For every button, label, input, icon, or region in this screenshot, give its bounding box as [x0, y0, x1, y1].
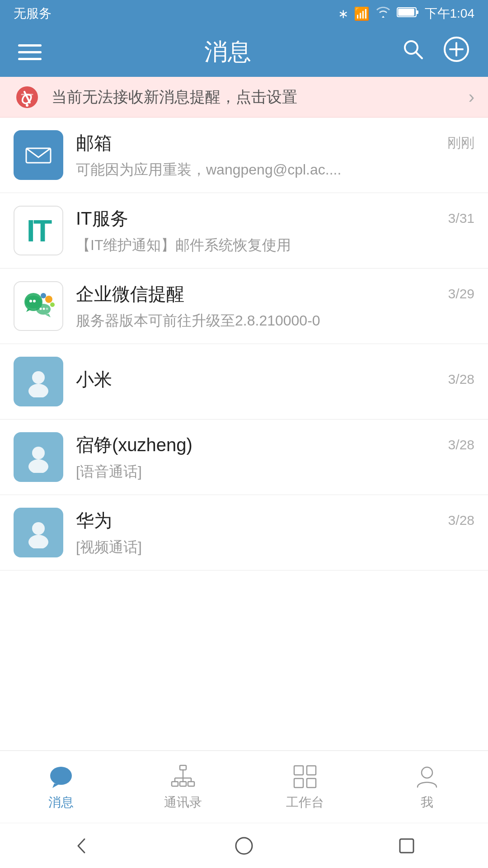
avatar-xiaomi [14, 357, 63, 406]
header-actions [401, 36, 470, 68]
svg-rect-41 [294, 778, 303, 788]
msg-preview-xuzheng: [语音通话] [76, 463, 142, 480]
svg-rect-40 [307, 766, 316, 775]
nav-label-contacts: 通讯录 [164, 794, 202, 811]
svg-point-9 [26, 104, 28, 107]
svg-point-26 [28, 459, 48, 473]
message-item-wechat[interactable]: 企业微信提醒 3/29 服务器版本可前往升级至2.8.210000-0 [0, 269, 488, 344]
home-button[interactable] [230, 832, 258, 859]
message-item-xiaomi[interactable]: 小米 3/28 [0, 344, 488, 420]
msg-preview-huawei: [视频通话] [76, 539, 142, 555]
svg-point-19 [46, 308, 48, 310]
svg-rect-42 [307, 778, 316, 788]
svg-point-14 [29, 300, 32, 302]
svg-point-24 [28, 384, 48, 397]
msg-top-it: IT服务 3/31 [76, 206, 474, 231]
menu-button[interactable] [18, 44, 54, 60]
message-item-it[interactable]: IT IT服务 3/31 【IT维护通知】邮件系统恢复使用 [0, 193, 488, 269]
svg-rect-39 [294, 766, 303, 775]
msg-name-xiaomi: 小米 [76, 367, 112, 392]
it-logo-text: IT [27, 215, 50, 246]
msg-preview-wechat: 服务器版本可前往升级至2.8.210000-0 [76, 312, 320, 329]
notification-text: 当前无法接收新消息提醒，点击设置 [52, 87, 469, 108]
recents-button[interactable] [393, 832, 420, 859]
nav-label-messages: 消息 [48, 794, 74, 811]
msg-preview-mail: 可能因为应用重装，wangpeng@cpl.ac.... [76, 161, 341, 178]
contacts-nav-icon [169, 763, 197, 790]
message-list: 邮箱 刚刚 可能因为应用重装，wangpeng@cpl.ac.... IT IT… [0, 118, 488, 750]
messages-nav-icon [47, 763, 75, 790]
battery-icon [397, 6, 419, 22]
svg-point-27 [32, 522, 45, 535]
avatar-xuzheng [14, 432, 63, 482]
svg-point-21 [41, 293, 46, 298]
status-icons: ∗ 📶 下午1:04 [338, 5, 475, 22]
back-button[interactable] [68, 832, 95, 859]
add-button[interactable] [443, 36, 470, 68]
msg-name-it: IT服务 [76, 206, 128, 231]
notification-banner[interactable]: 当前无法接收新消息提醒，点击设置 › [0, 77, 488, 118]
svg-rect-32 [180, 782, 186, 786]
system-nav [0, 823, 488, 868]
msg-preview-it: 【IT维护通知】邮件系统恢复使用 [76, 237, 291, 253]
svg-rect-1 [398, 9, 414, 16]
msg-time-xuzheng: 3/28 [448, 437, 474, 453]
bluetooth-icon: ∗ [338, 6, 348, 21]
msg-time-mail: 刚刚 [447, 134, 474, 152]
svg-point-28 [28, 535, 48, 548]
nav-item-me[interactable]: 我 [366, 751, 488, 823]
nav-item-messages[interactable]: 消息 [0, 751, 122, 823]
svg-point-15 [33, 300, 36, 302]
message-item-huawei[interactable]: 华为 3/28 [视频通话] [0, 495, 488, 571]
msg-top-huawei: 华为 3/28 [76, 508, 474, 533]
nav-item-contacts[interactable]: 通讯录 [122, 751, 244, 823]
bottom-nav: 消息 通讯录 [0, 750, 488, 823]
msg-content-xiaomi: 小米 3/28 [76, 367, 474, 396]
time-text: 下午1:04 [425, 5, 475, 22]
msg-name-huawei: 华为 [76, 508, 112, 533]
msg-name-mail: 邮箱 [76, 131, 112, 156]
hamburger-line-1 [18, 44, 42, 47]
search-button[interactable] [401, 38, 425, 66]
message-item-xuzheng[interactable]: 宿铮(xuzheng) 3/28 [语音通话] [0, 420, 488, 495]
msg-name-wechat: 企业微信提醒 [76, 282, 184, 307]
svg-point-43 [422, 767, 432, 778]
msg-top-xuzheng: 宿铮(xuzheng) 3/28 [76, 433, 474, 458]
wifi-icon [375, 6, 391, 22]
nav-item-workbench[interactable]: 工作台 [244, 751, 366, 823]
svg-point-25 [32, 447, 45, 459]
msg-content-wechat: 企业微信提醒 3/29 服务器版本可前往升级至2.8.210000-0 [76, 282, 474, 331]
svg-point-22 [50, 302, 55, 307]
msg-time-xiaomi: 3/28 [448, 372, 474, 387]
msg-top-mail: 邮箱 刚刚 [76, 131, 474, 156]
signal-icon: 📶 [354, 6, 370, 21]
header-title: 消息 [204, 36, 251, 68]
hamburger-line-3 [18, 58, 42, 60]
svg-point-23 [32, 371, 45, 384]
msg-time-huawei: 3/28 [448, 513, 474, 528]
svg-point-18 [43, 308, 45, 310]
msg-time-it: 3/31 [448, 211, 474, 226]
status-bar: 无服务 ∗ 📶 下午1:04 [0, 0, 488, 27]
message-item-mail[interactable]: 邮箱 刚刚 可能因为应用重装，wangpeng@cpl.ac.... [0, 118, 488, 193]
avatar-it: IT [14, 206, 63, 255]
nav-label-me: 我 [421, 794, 433, 811]
carrier-text: 无服务 [14, 5, 52, 22]
svg-point-17 [40, 308, 42, 310]
msg-content-it: IT服务 3/31 【IT维护通知】邮件系统恢复使用 [76, 206, 474, 255]
svg-point-44 [236, 838, 252, 854]
svg-rect-31 [172, 782, 178, 786]
msg-name-xuzheng: 宿铮(xuzheng) [76, 433, 192, 458]
svg-rect-33 [188, 782, 194, 786]
svg-rect-2 [416, 10, 418, 14]
msg-top-xiaomi: 小米 3/28 [76, 367, 474, 392]
header: 消息 [0, 27, 488, 77]
avatar-wechat [14, 281, 63, 331]
svg-line-4 [416, 52, 422, 58]
workbench-nav-icon [291, 763, 319, 790]
avatar-mail [14, 130, 63, 180]
msg-content-huawei: 华为 3/28 [视频通话] [76, 508, 474, 557]
svg-point-20 [45, 296, 52, 303]
avatar-huawei [14, 508, 63, 557]
me-nav-icon [413, 763, 441, 790]
